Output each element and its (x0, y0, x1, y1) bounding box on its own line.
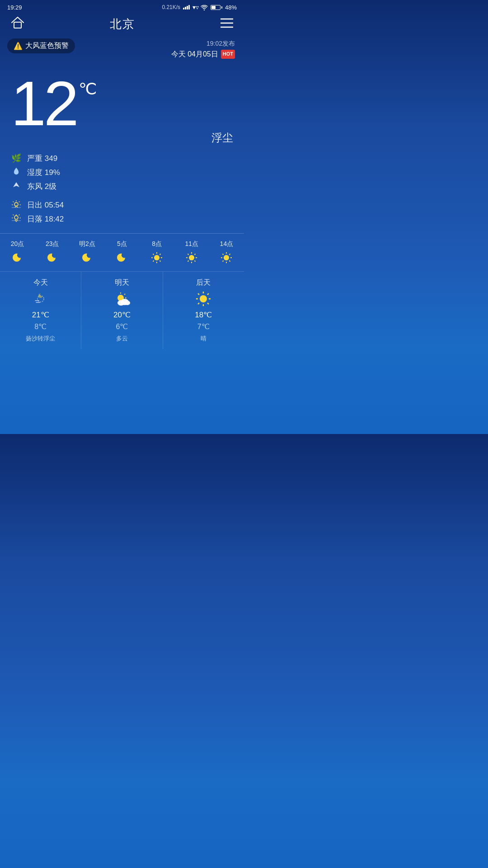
svg-point-14 (14, 216, 18, 219)
day-high-temp: 18℃ (195, 310, 212, 320)
day-description: 晴 (201, 335, 206, 343)
sunset-icon (11, 214, 22, 224)
svg-line-64 (207, 303, 209, 304)
svg-rect-2 (16, 24, 19, 28)
header-nav: 北京 (0, 13, 244, 36)
hourly-item: 5点 (108, 240, 136, 267)
humidity-row: 湿度 19% (11, 167, 233, 178)
signal-icon (183, 5, 190, 9)
day-label: 明天 (115, 278, 129, 288)
svg-line-35 (188, 254, 189, 255)
svg-line-27 (160, 260, 161, 261)
hourly-item: 11点 (178, 240, 205, 267)
weather-description: 浮尘 (211, 131, 233, 145)
battery-percent: 48% (225, 4, 237, 11)
temperature-section: 12℃ 浮尘 (0, 63, 244, 145)
svg-line-28 (160, 254, 161, 255)
svg-point-0 (204, 9, 205, 10)
hour-label: 8点 (152, 240, 162, 248)
alert-row: ⚠️ 大风蓝色预警 19:02发布 今天 04月05日 HOT (0, 36, 244, 63)
day-high-temp: 20℃ (113, 310, 131, 320)
drop-icon (11, 167, 22, 178)
svg-line-36 (195, 260, 196, 261)
aqi-row: 🌿 严重 349 (11, 153, 233, 164)
svg-point-30 (189, 255, 194, 260)
temperature-display: 12℃ (11, 72, 94, 135)
sunrise-time: 日出 05:54 (27, 200, 64, 210)
hour-label: 23点 (46, 240, 59, 248)
wifi-icon: ▾▿ (192, 4, 208, 11)
wind-icon (11, 182, 22, 191)
warning-icon: ⚠️ (14, 42, 23, 50)
sun-section: 日出 05:54 日落 18:42 (0, 196, 244, 229)
humidity-value: 湿度 19% (27, 167, 60, 178)
svg-line-66 (198, 303, 199, 304)
temperature-value: 12 (11, 72, 77, 135)
daily-forecast: 今天21℃8℃扬沙转浮尘明天20℃6℃多云后天18℃7℃晴 (0, 271, 244, 349)
svg-point-21 (154, 255, 160, 260)
svg-point-56 (117, 300, 125, 306)
wind-value: 东风 2级 (27, 181, 56, 192)
home-icon[interactable] (11, 16, 24, 32)
sun-icon (151, 252, 163, 267)
hourly-item: 明2点 (74, 240, 101, 267)
svg-line-46 (230, 254, 230, 255)
svg-line-18 (13, 214, 14, 215)
day-high-temp: 21℃ (32, 310, 49, 320)
svg-line-65 (207, 293, 209, 295)
moon-icon (116, 252, 128, 267)
hourly-item: 14点 (213, 240, 240, 267)
weather-details: 🌿 严重 349 湿度 19% 东风 2级 (0, 145, 244, 196)
svg-rect-1 (14, 22, 21, 28)
svg-line-16 (19, 214, 20, 215)
status-icons: 0.21K/s ▾▿ 48% (162, 4, 237, 11)
alert-badge[interactable]: ⚠️ 大风蓝色预警 (7, 38, 75, 53)
svg-line-63 (198, 293, 199, 295)
hot-badge: HOT (221, 50, 235, 59)
status-time: 19:29 (7, 4, 22, 11)
daily-item: 明天20℃6℃多云 (81, 272, 163, 349)
svg-line-11 (13, 201, 14, 202)
day-weather-icon (33, 290, 49, 307)
svg-line-29 (153, 260, 154, 261)
sunrise-row: 日出 05:54 (11, 200, 233, 210)
svg-line-47 (223, 260, 224, 261)
leaf-icon: 🌿 (11, 153, 22, 163)
aqi-value: 严重 349 (27, 153, 57, 164)
day-low-temp: 8℃ (34, 322, 47, 331)
menu-icon[interactable] (221, 18, 233, 31)
temperature-unit: ℃ (79, 81, 94, 97)
day-description: 扬沙转浮尘 (26, 335, 55, 343)
svg-line-37 (195, 254, 196, 255)
moon-icon (12, 252, 23, 267)
svg-line-9 (19, 201, 20, 202)
svg-line-44 (223, 254, 224, 255)
sunrise-icon (11, 200, 22, 210)
moon-icon (81, 252, 93, 267)
svg-line-45 (230, 260, 230, 261)
day-label: 今天 (33, 278, 48, 288)
day-weather-icon (195, 290, 211, 307)
sun-icon (221, 252, 232, 267)
svg-line-38 (188, 260, 189, 261)
day-weather-icon (113, 290, 131, 307)
day-low-temp: 7℃ (197, 322, 210, 331)
day-label: 后天 (196, 278, 211, 288)
daily-item: 今天21℃8℃扬沙转浮尘 (0, 272, 81, 349)
city-name: 北京 (110, 16, 135, 32)
current-date: 今天 04月05日 (171, 48, 218, 60)
network-speed: 0.21K/s (162, 4, 180, 10)
moon-icon (47, 252, 58, 267)
svg-marker-6 (13, 182, 19, 187)
battery-icon (211, 5, 222, 10)
sunset-row: 日落 18:42 (11, 214, 233, 224)
svg-line-53 (124, 294, 125, 295)
sun-icon (186, 252, 197, 267)
hour-label: 11点 (185, 240, 198, 248)
publish-time: 19:02发布 (171, 38, 235, 48)
day-low-temp: 6℃ (116, 322, 128, 331)
alert-text: 大风蓝色预警 (25, 41, 69, 51)
date-info: 19:02发布 今天 04月05日 HOT (171, 38, 235, 60)
hourly-item: 8点 (143, 240, 170, 267)
hourly-item: 23点 (39, 240, 66, 267)
